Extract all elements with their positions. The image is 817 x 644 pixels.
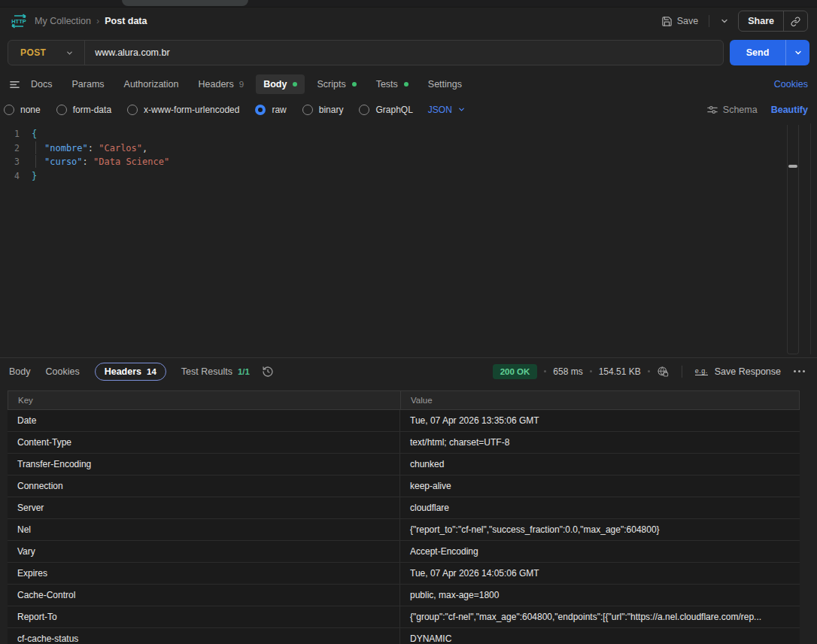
send-button[interactable]: Send (730, 40, 785, 65)
share-button[interactable]: Share (738, 11, 808, 32)
header-key: Content-Type (8, 432, 399, 453)
header-value: keep-alive (399, 475, 800, 497)
tab-label: Params (71, 79, 104, 90)
chevron-down-icon (457, 105, 466, 114)
tab-body[interactable]: Body (256, 74, 305, 94)
code-text: { (32, 127, 37, 141)
top-strip (0, 0, 817, 8)
response-tab-badge: 14 (147, 367, 156, 376)
header-value: DYNAMIC (399, 628, 800, 644)
send-options-button[interactable] (785, 40, 809, 65)
more-options-button[interactable] (791, 367, 808, 375)
chevron-down-icon (65, 49, 74, 57)
editor-line: 4} (0, 169, 817, 184)
modified-dot-icon (352, 82, 357, 87)
docs-lines-icon (9, 79, 20, 90)
radio-binary[interactable]: binary (302, 105, 344, 115)
save-options-button[interactable] (715, 14, 733, 29)
cookies-link[interactable]: Cookies (774, 79, 808, 90)
header-key: Transfer-Encoding (8, 454, 399, 475)
table-row: Cache-Controlpublic, max-age=1800 (8, 585, 800, 606)
response-tabs-list: BodyCookiesHeaders14Test Results1/1 (9, 363, 250, 381)
history-clock-icon[interactable] (262, 366, 274, 378)
body-type-options: noneform-datax-www-form-urlencodedrawbin… (4, 105, 413, 115)
status-badge: 200 OK (493, 364, 538, 379)
editor-line: 3"curso": "Data Science" (0, 155, 817, 169)
editor-scrollbar-thumb[interactable] (788, 165, 797, 168)
link-icon (791, 17, 800, 26)
body-editor[interactable]: 1{2"nombre": "Carlos",3"curso": "Data Sc… (0, 123, 817, 357)
editor-scrollbar-track[interactable] (787, 125, 799, 354)
save-label: Save (677, 16, 699, 26)
tab-docs[interactable]: Docs (23, 74, 59, 94)
table-row: Nel{"report_to":"cf-nel","success_fracti… (8, 519, 800, 541)
radio-label: GraphQL (375, 105, 412, 115)
header-key: Vary (8, 541, 399, 562)
meta-divider (682, 366, 682, 378)
radio-raw[interactable]: raw (255, 105, 286, 115)
tab-headers[interactable]: Headers9 (191, 74, 252, 94)
table-row: VaryAccept-Encoding (8, 541, 800, 563)
table-row: Transfer-Encodingchunked (8, 454, 800, 475)
tab-label: Settings (428, 79, 462, 90)
floppy-icon (661, 16, 673, 27)
example-eg-icon: e.g. (695, 367, 708, 375)
response-tab-label: Headers (105, 366, 141, 377)
response-time: 658 ms (553, 366, 582, 377)
response-tab-badge: 1/1 (238, 367, 250, 376)
schema-button[interactable]: Schema (707, 105, 758, 115)
code-text: "nombre": "Carlos", (32, 141, 147, 156)
save-button[interactable]: Save (657, 13, 703, 30)
table-row: cf-cache-statusDYNAMIC (8, 628, 800, 644)
url-input[interactable] (85, 47, 723, 58)
table-row: ExpiresTue, 07 Apr 2026 14:05:06 GMT (8, 563, 800, 585)
tab-params[interactable]: Params (64, 74, 111, 94)
request-tabs-list: DocsParamsAuthorizationHeaders9BodyScrip… (23, 74, 469, 94)
header-key: Report-To (8, 606, 399, 627)
radio-graphql[interactable]: GraphQL (359, 105, 412, 115)
globe-lock-icon[interactable] (657, 366, 669, 378)
code-text: "curso": "Data Science" (32, 155, 169, 169)
format-select[interactable]: JSON (428, 105, 466, 115)
tab-label: Authorization (124, 79, 179, 90)
radio-none[interactable]: none (4, 105, 41, 115)
header-value: Accept-Encoding (399, 541, 800, 562)
token-plain: , (142, 143, 147, 153)
table-row: Connectionkeep-alive (8, 475, 800, 497)
window-tab (122, 0, 248, 6)
method-selector[interactable]: POST (8, 47, 84, 58)
line-number: 3 (0, 155, 32, 169)
save-response-button[interactable]: Save Response (715, 366, 781, 377)
radio-circle-icon (359, 105, 369, 115)
tab-tests[interactable]: Tests (369, 74, 416, 94)
editor-right-border (810, 123, 811, 354)
tab-count-badge: 9 (239, 80, 244, 89)
copy-link-button[interactable] (784, 17, 807, 26)
response-tab-label: Cookies (46, 366, 80, 377)
beautify-button[interactable]: Beautify (771, 105, 808, 115)
tab-scripts[interactable]: Scripts (309, 74, 363, 94)
response-tab-test-results[interactable]: Test Results1/1 (181, 366, 250, 377)
tab-settings[interactable]: Settings (421, 74, 469, 94)
editor-lines: 1{2"nombre": "Carlos",3"curso": "Data Sc… (0, 127, 817, 183)
headers-table-body: DateTue, 07 Apr 2026 13:35:06 GMTContent… (8, 410, 800, 644)
radio-circle-icon (56, 105, 67, 115)
breadcrumb-collection[interactable]: My Collection (35, 16, 91, 26)
column-header-value: Value (400, 391, 799, 409)
radio-form-data[interactable]: form-data (56, 105, 111, 115)
line-number: 4 (0, 169, 32, 184)
table-row: Content-Typetext/html; charset=UTF-8 (8, 432, 800, 454)
tab-authorization[interactable]: Authorization (117, 74, 187, 94)
radio-x-www-form-urlencoded[interactable]: x-www-form-urlencoded (127, 105, 239, 115)
header-value: Tue, 07 Apr 2026 13:35:06 GMT (399, 410, 800, 431)
headers-table: Key Value DateTue, 07 Apr 2026 13:35:06 … (8, 390, 800, 644)
response-tab-cookies[interactable]: Cookies (46, 366, 80, 377)
header-value: cloudflare (399, 497, 800, 518)
meta-separator (648, 370, 650, 372)
header-key: Expires (8, 563, 399, 584)
response-tab-body[interactable]: Body (9, 366, 31, 377)
send-button-group: Send (730, 40, 809, 65)
radio-circle-icon (302, 105, 313, 115)
response-tab-headers[interactable]: Headers14 (95, 363, 166, 381)
meta-separator (544, 370, 546, 372)
